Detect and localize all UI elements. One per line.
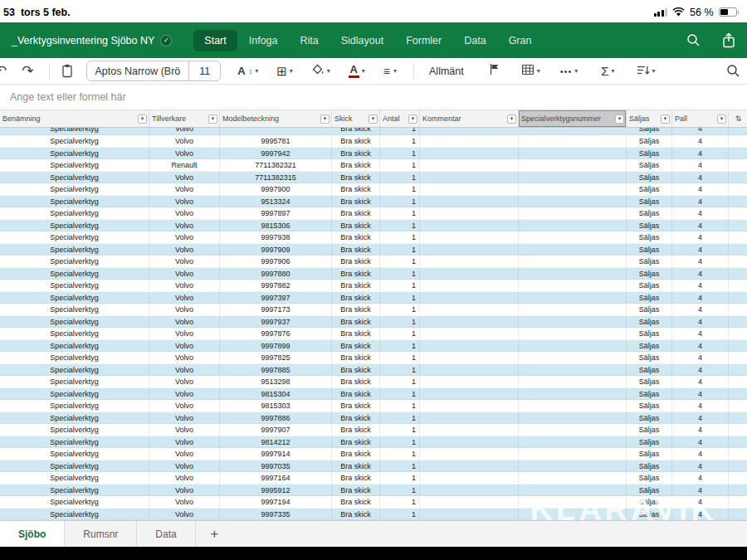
cell[interactable] — [420, 231, 519, 243]
cell[interactable] — [420, 472, 519, 484]
cell[interactable] — [420, 496, 519, 508]
cell[interactable] — [519, 316, 627, 328]
cell[interactable]: Säljas — [627, 292, 672, 304]
cell[interactable]: Volvo — [149, 128, 220, 134]
cell[interactable]: 4 — [672, 472, 729, 484]
cell[interactable]: 9997035 — [220, 460, 332, 472]
cell[interactable]: Volvo — [149, 340, 220, 352]
table-row[interactable]: SpecialverktygVolvo9997909Bra skick1Sälj… — [0, 244, 747, 256]
cell[interactable]: 1 — [380, 436, 420, 448]
cell[interactable]: 4 — [672, 268, 729, 280]
cell[interactable]: Volvo — [149, 509, 220, 520]
cell[interactable] — [519, 328, 627, 339]
font-name-select[interactable]: Aptos Narrow (Brö — [87, 61, 190, 80]
filter-dropdown-icon[interactable]: ▼ — [717, 114, 726, 124]
cell[interactable]: 1 — [380, 148, 420, 159]
cell[interactable]: Bra skick — [332, 340, 380, 352]
cell[interactable]: Bra skick — [332, 316, 380, 328]
column-header-antal[interactable]: Antal▼ — [380, 110, 420, 127]
cell[interactable]: 4 — [672, 244, 729, 256]
cell[interactable]: 4 — [672, 280, 729, 291]
cell[interactable]: Bra skick — [332, 183, 380, 195]
cell[interactable]: Säljas — [627, 448, 672, 460]
cell[interactable] — [519, 292, 627, 304]
cell[interactable]: Säljas — [627, 412, 672, 424]
cell[interactable]: 9997173 — [220, 304, 332, 315]
alignment-button[interactable]: ≡ ▾ — [383, 65, 397, 78]
table-row[interactable]: SpecialverktygVolvo9997942Bra skick1Sälj… — [0, 148, 747, 160]
cell[interactable]: 9997937 — [220, 316, 332, 328]
cell[interactable] — [519, 244, 627, 256]
cell[interactable]: 9814212 — [220, 436, 332, 448]
cell[interactable]: Volvo — [149, 280, 220, 291]
cell[interactable]: 4 — [672, 196, 729, 207]
cell[interactable]: Volvo — [149, 424, 220, 436]
table-row[interactable]: SpecialverktygVolvo9997397Bra skick1Sälj… — [0, 292, 747, 304]
table-row[interactable]: SpecialverktygVolvo9997825Bra skick1Sälj… — [0, 352, 747, 364]
cell[interactable]: Bra skick — [332, 328, 380, 339]
font-color-button[interactable]: A ▾ — [349, 64, 365, 78]
column-header-pall[interactable]: Pall▼ — [672, 110, 729, 127]
cell[interactable]: 4 — [672, 509, 729, 520]
table-row[interactable]: SpecialverktygVolvo9997335Bra skick1Sälj… — [0, 509, 747, 521]
cell[interactable]: Specialverktyg — [0, 196, 149, 207]
cell[interactable]: 9997886 — [220, 412, 332, 424]
cell[interactable]: 9815303 — [220, 400, 332, 411]
autosum-button[interactable]: Σ ▾ — [601, 64, 614, 78]
cell[interactable]: 1 — [380, 388, 420, 400]
cell[interactable]: 4 — [672, 159, 729, 171]
cell[interactable]: Specialverktyg — [0, 376, 149, 387]
cell[interactable]: 4 — [672, 128, 729, 134]
cell[interactable]: Bra skick — [332, 244, 380, 256]
sort-icon[interactable]: ⇅ — [735, 114, 742, 123]
cell[interactable]: Säljas — [627, 304, 672, 315]
cell[interactable]: Specialverktyg — [0, 183, 149, 195]
cell[interactable]: Specialverktyg — [0, 244, 149, 256]
cell[interactable]: 1 — [380, 316, 420, 328]
cell[interactable]: Bra skick — [332, 376, 380, 387]
cell[interactable]: 9997897 — [220, 207, 332, 219]
table-row[interactable]: SpecialverktygVolvo9997938Bra skick1Sälj… — [0, 231, 747, 244]
fill-color-button[interactable]: ▾ — [311, 63, 330, 79]
cell[interactable]: Bra skick — [332, 280, 380, 291]
cell[interactable]: Volvo — [149, 400, 220, 411]
cell[interactable]: Specialverktyg — [0, 472, 149, 484]
cell[interactable]: 9997164 — [220, 472, 332, 484]
ribbon-tab-rita[interactable]: Rita — [290, 30, 330, 51]
cell[interactable]: Volvo — [149, 448, 220, 460]
cell[interactable]: Säljas — [627, 148, 672, 159]
cell[interactable] — [420, 460, 519, 472]
column-header-ben-mning[interactable]: Benämning▼ — [0, 110, 149, 127]
cell[interactable]: Specialverktyg — [0, 135, 149, 147]
cell[interactable]: 4 — [672, 352, 729, 363]
column-header-kommentar[interactable]: Kommentar▼ — [420, 110, 519, 127]
cell[interactable]: Bra skick — [332, 472, 380, 484]
cell[interactable]: Volvo — [149, 256, 220, 267]
table-row[interactable]: SpecialverktygVolvoBra skick1Säljas4 — [0, 128, 747, 135]
borders-button[interactable]: ⊞ ▾ — [276, 64, 293, 79]
cell[interactable]: 9997194 — [220, 496, 332, 508]
ribbon-tab-start[interactable]: Start — [193, 30, 237, 51]
cell[interactable] — [420, 280, 519, 291]
cell[interactable]: 9997876 — [220, 328, 332, 339]
cell[interactable]: Säljas — [627, 496, 672, 508]
cell[interactable]: Specialverktyg — [0, 388, 149, 400]
ribbon-tab-infoga[interactable]: Infoga — [238, 30, 289, 51]
more-options-button[interactable]: ••• ▾ — [560, 66, 579, 76]
cell[interactable]: Specialverktyg — [0, 424, 149, 436]
cell[interactable]: 4 — [672, 256, 729, 267]
cell[interactable]: Bra skick — [332, 448, 380, 460]
column-header-s-ljas[interactable]: Säljas▼ — [627, 110, 672, 127]
cell[interactable]: Bra skick — [332, 436, 380, 448]
number-format-select[interactable]: Allmänt — [429, 66, 464, 77]
filter-dropdown-icon[interactable]: ▼ — [661, 114, 670, 124]
cell[interactable]: 1 — [380, 207, 420, 219]
cell[interactable]: 1 — [380, 352, 420, 363]
cell[interactable]: Volvo — [149, 172, 220, 183]
table-row[interactable]: SpecialverktygVolvo9995781Bra skick1Sälj… — [0, 135, 747, 148]
cell[interactable] — [519, 231, 627, 243]
cell[interactable] — [420, 196, 519, 207]
cell[interactable] — [519, 304, 627, 315]
cell[interactable]: 9995912 — [220, 485, 332, 496]
cell[interactable]: 1 — [380, 424, 420, 436]
